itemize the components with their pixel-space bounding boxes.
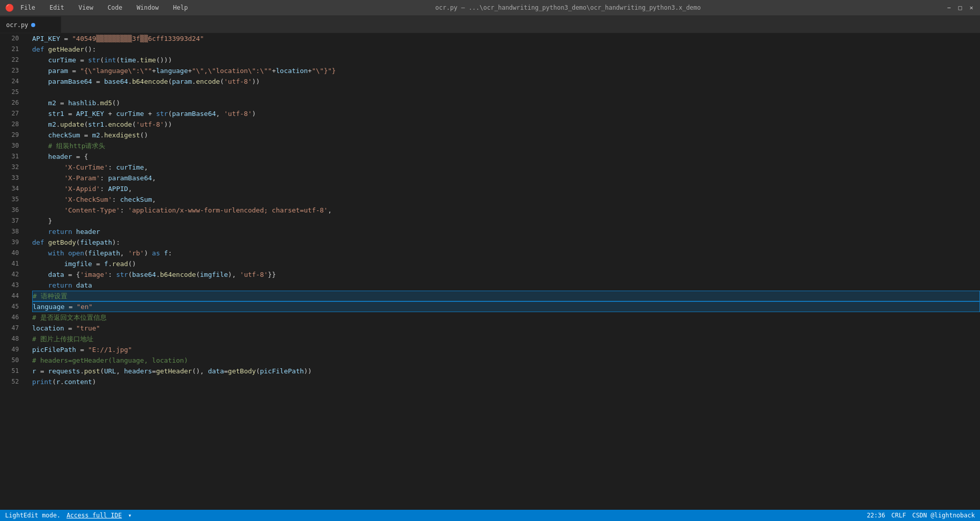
token-op <box>32 216 48 226</box>
token-fn: b64encode <box>132 76 168 87</box>
token-blt: open <box>68 248 84 258</box>
token-op <box>32 258 64 269</box>
line-number: 37 <box>0 216 23 226</box>
menu-code[interactable]: Code <box>105 3 126 12</box>
maximize-button[interactable]: □ <box>957 4 964 11</box>
menu-window[interactable]: Window <box>134 3 162 12</box>
token-var: API_KEY <box>32 33 60 44</box>
token-var: language <box>33 301 65 312</box>
code-line[interactable]: language = "en" <box>32 301 980 312</box>
code-line[interactable]: str1 = API_KEY + curTime + str(paramBase… <box>32 108 980 119</box>
token-punc: (), <box>192 366 208 376</box>
token-op <box>32 162 64 173</box>
menu-help[interactable]: Help <box>170 3 191 12</box>
code-line[interactable] <box>32 87 980 98</box>
code-line[interactable]: header = { <box>32 151 980 162</box>
token-fn: encode <box>196 76 220 87</box>
code-line[interactable]: def getBody(filepath): <box>32 237 980 248</box>
token-punc: )) <box>304 366 312 376</box>
code-line[interactable]: def getHeader(): <box>32 44 980 55</box>
token-var: API_KEY <box>76 108 104 119</box>
token-var: m2 <box>92 130 100 140</box>
token-fn: getHeader <box>48 44 84 55</box>
minimize-button[interactable]: − <box>945 4 952 11</box>
code-line[interactable]: data = {'image': str(base64.b64encode(im… <box>32 269 980 280</box>
token-str: 'X-Param' <box>64 173 100 183</box>
token-var: picFilePath <box>260 366 304 376</box>
token-punc: . <box>56 119 60 130</box>
token-punc: ), <box>228 269 240 280</box>
token-punc: ())) <box>156 55 172 65</box>
code-line[interactable]: # 组装http请求头 <box>32 140 980 151</box>
token-op: + <box>144 108 156 119</box>
token-var: m2 <box>48 98 56 108</box>
code-line[interactable]: return header <box>32 226 980 237</box>
code-line[interactable]: location = "true" <box>32 323 980 334</box>
token-op: : <box>100 183 108 194</box>
line-number: 39 <box>0 237 23 248</box>
token-punc: ( <box>100 55 104 65</box>
code-line[interactable]: # 语种设置 <box>32 291 980 301</box>
token-var: curTime <box>48 55 76 65</box>
token-var: paramBase64 <box>108 173 152 183</box>
token-op: + <box>104 108 116 119</box>
menu-edit[interactable]: Edit <box>46 3 67 12</box>
token-op <box>32 130 48 140</box>
menu-file[interactable]: File <box>17 3 38 12</box>
token-cmt: # 语种设置 <box>33 291 67 301</box>
token-punc: (): <box>84 44 96 55</box>
code-line[interactable]: 'X-CheckSum': checkSum, <box>32 194 980 205</box>
close-button[interactable]: ✕ <box>968 4 975 11</box>
code-content[interactable]: API_KEY = "40549▒▒▒▒▒▒▒▒▒3f▒▒6cff133993d… <box>28 33 980 510</box>
tab-ocr-py[interactable]: ocr.py <box>0 16 61 33</box>
code-line[interactable]: paramBase64 = base64.b64encode(param.enc… <box>32 76 980 87</box>
code-line[interactable]: 'X-CurTime': curTime, <box>32 162 980 173</box>
token-str: "{\"language\":\"" <box>80 65 152 76</box>
token-op <box>32 140 48 151</box>
token-punc: )) <box>164 119 172 130</box>
code-line[interactable]: param = "{\"language\":\""+language+"\",… <box>32 65 980 76</box>
code-line[interactable]: } <box>32 216 980 226</box>
token-op: = <box>68 65 80 76</box>
token-op: = <box>76 344 88 355</box>
code-line[interactable]: API_KEY = "40549▒▒▒▒▒▒▒▒▒3f▒▒6cff133993d… <box>32 33 980 44</box>
code-line[interactable]: print(r.content) <box>32 376 980 387</box>
code-line[interactable]: 'X-Param': paramBase64, <box>32 173 980 183</box>
token-punc: ): <box>112 237 120 248</box>
token-punc: . <box>96 98 100 108</box>
line-numbers: 2021222324252627282930313233343536373839… <box>0 33 28 510</box>
access-ide-link[interactable]: Access full IDE <box>66 512 121 519</box>
token-cmt: # headers=getHeader(language, location) <box>32 355 188 366</box>
menu-bar[interactable]: File Edit View Code Window Help <box>17 3 191 12</box>
line-number: 44 <box>0 291 23 301</box>
line-number: 51 <box>0 366 23 376</box>
code-line[interactable]: curTime = str(int(time.time())) <box>32 55 980 65</box>
token-str: "true" <box>76 323 100 334</box>
token-fn: post <box>84 366 100 376</box>
code-line[interactable]: with open(filepath, 'rb') as f: <box>32 248 980 258</box>
token-var: param <box>172 76 192 87</box>
menu-view[interactable]: View <box>76 3 96 12</box>
token-str: 'application/x-www-form-urlencoded; char… <box>128 205 328 216</box>
code-line[interactable]: picFilePath = "E://1.jpg" <box>32 344 980 355</box>
code-line[interactable]: 'X-Appid': APPID, <box>32 183 980 194</box>
code-line[interactable]: # headers=getHeader(language, location) <box>32 355 980 366</box>
code-line[interactable]: 'Content-Type': 'application/x-www-form-… <box>32 205 980 216</box>
token-punc: ( <box>128 269 132 280</box>
code-line[interactable]: r = requests.post(URL, headers=getHeader… <box>32 366 980 376</box>
token-str: "\"}"} <box>312 65 336 76</box>
code-line[interactable]: # 是否返回文本位置信息 <box>32 312 980 323</box>
line-number: 43 <box>0 280 23 291</box>
token-fn: b64encode <box>160 269 196 280</box>
code-line[interactable]: return data <box>32 280 980 291</box>
token-op <box>32 269 48 280</box>
window-controls[interactable]: − □ ✕ <box>945 4 975 11</box>
code-line[interactable]: # 图片上传接口地址 <box>32 334 980 344</box>
token-punc: )) <box>252 76 260 87</box>
token-punc: , <box>152 173 156 183</box>
code-line[interactable]: m2 = hashlib.md5() <box>32 98 980 108</box>
code-line[interactable]: checkSum = m2.hexdigest() <box>32 130 980 140</box>
code-line[interactable]: m2.update(str1.encode('utf-8')) <box>32 119 980 130</box>
token-var: r <box>32 366 36 376</box>
code-line[interactable]: imgfile = f.read() <box>32 258 980 269</box>
